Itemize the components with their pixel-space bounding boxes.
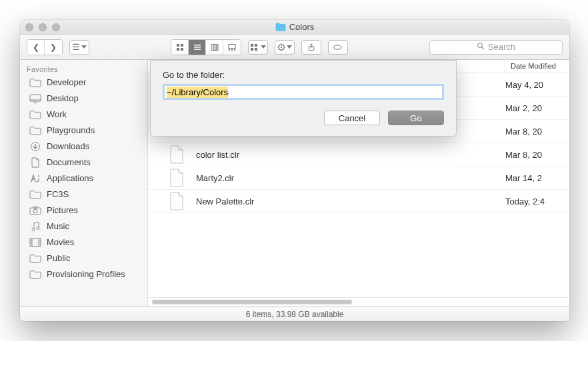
cancel-button[interactable]: Cancel <box>324 111 380 125</box>
sidebar-item-label: Documents <box>47 157 91 169</box>
sidebar-item-developer[interactable]: Developer <box>20 75 147 91</box>
toolbar: ❮ ❯ ☰ Search <box>20 35 569 60</box>
arrange-button[interactable] <box>248 40 268 55</box>
sidebar-item-label: Provisioning Profiles <box>47 268 125 280</box>
sidebar-item-label: Developer <box>47 77 86 89</box>
sidebar-item-applications[interactable]: Applications <box>20 171 147 186</box>
desktop-icon <box>29 93 41 104</box>
svg-rect-9 <box>217 44 218 50</box>
back-button[interactable]: ❮ <box>27 40 45 55</box>
zoom-window-button[interactable] <box>52 23 60 31</box>
folder-icon <box>275 23 286 31</box>
svg-rect-1 <box>181 44 183 47</box>
minimize-window-button[interactable] <box>39 23 47 31</box>
window-title: Colors <box>20 22 569 32</box>
svg-point-38 <box>33 209 37 213</box>
path-menu-button[interactable]: ☰ <box>69 40 89 55</box>
sidebar-item-label: Work <box>47 109 67 121</box>
table-row[interactable]: color list.clrMar 8, 20 <box>148 143 569 167</box>
svg-rect-2 <box>177 48 179 51</box>
file-name: Marty2.clr <box>196 173 505 183</box>
svg-rect-17 <box>255 48 257 51</box>
search-icon <box>477 42 485 52</box>
sidebar-item-fc3s[interactable]: FC3S <box>20 186 147 202</box>
sidebar-item-movies[interactable]: Movies <box>20 234 147 250</box>
svg-rect-6 <box>194 49 201 50</box>
svg-rect-7 <box>211 44 213 50</box>
sidebar-item-playgrounds[interactable]: Playgrounds <box>20 123 147 139</box>
sidebar-item-label: FC3S <box>47 188 69 200</box>
file-date: Mar 8, 20 <box>505 127 569 137</box>
go-button[interactable]: Go <box>388 111 444 125</box>
folder-path-input[interactable] <box>163 84 444 100</box>
sidebar-item-documents[interactable]: Documents <box>20 155 147 171</box>
sidebar-item-label: Applications <box>47 173 93 184</box>
svg-rect-8 <box>214 44 216 50</box>
sidebar-item-public[interactable]: Public <box>20 250 147 266</box>
sidebar: Favorites DeveloperDesktopWorkPlayground… <box>20 60 148 306</box>
svg-line-27 <box>283 45 284 45</box>
folder-icon <box>29 189 41 200</box>
finder-window: Colors ❮ ❯ ☰ Search Favorites DeveloperD… <box>20 20 569 321</box>
view-gallery-button[interactable] <box>223 40 241 55</box>
sidebar-item-label: Pictures <box>47 204 78 216</box>
forward-button[interactable]: ❯ <box>45 40 62 55</box>
nav-buttons: ❮ ❯ <box>27 39 63 55</box>
action-button[interactable] <box>275 40 295 55</box>
dialog-label: Go to the folder: <box>163 70 444 80</box>
sidebar-item-label: Public <box>47 252 70 264</box>
sidebar-item-work[interactable]: Work <box>20 107 147 123</box>
file-date: Mar 2, 20 <box>505 103 569 113</box>
svg-line-24 <box>279 45 279 45</box>
share-button[interactable] <box>301 40 321 55</box>
svg-point-40 <box>32 228 35 231</box>
search-field[interactable]: Search <box>429 40 563 55</box>
window-controls <box>25 23 60 31</box>
view-list-button[interactable] <box>189 40 206 55</box>
file-icon <box>168 145 185 165</box>
table-row[interactable]: New Palette.clrToday, 2:4 <box>148 190 569 213</box>
svg-rect-10 <box>229 44 235 48</box>
documents-icon <box>29 157 41 168</box>
scrollbar-thumb[interactable] <box>152 300 352 304</box>
svg-rect-14 <box>251 44 253 47</box>
sidebar-item-label: Playgrounds <box>47 125 95 137</box>
movies-icon <box>29 237 41 248</box>
close-window-button[interactable] <box>25 23 33 31</box>
svg-rect-4 <box>194 45 201 46</box>
sidebar-item-label: Desktop <box>47 93 79 105</box>
titlebar: Colors <box>20 20 569 35</box>
sidebar-item-music[interactable]: Music <box>20 218 147 234</box>
sidebar-header: Favorites <box>20 63 147 75</box>
svg-rect-16 <box>251 48 253 51</box>
horizontal-scrollbar[interactable] <box>148 297 569 306</box>
status-bar: 6 items, 33.98 GB available <box>20 306 569 321</box>
svg-rect-13 <box>234 49 235 51</box>
svg-rect-5 <box>194 47 201 48</box>
folder-icon <box>29 269 41 280</box>
search-placeholder: Search <box>488 42 515 52</box>
svg-rect-15 <box>255 44 257 47</box>
svg-point-19 <box>281 46 282 47</box>
tags-button[interactable] <box>328 40 348 55</box>
view-icons-button[interactable] <box>171 40 189 55</box>
sidebar-item-provisioning-profiles[interactable]: Provisioning Profiles <box>20 266 147 282</box>
svg-line-25 <box>283 49 284 49</box>
svg-rect-12 <box>231 49 233 51</box>
sidebar-item-pictures[interactable]: Pictures <box>20 202 147 218</box>
column-date-modified[interactable]: Date Modified <box>505 60 569 73</box>
file-name: color list.clr <box>196 150 505 160</box>
go-to-folder-dialog: Go to the folder: ~/Library/Colors Cance… <box>150 60 457 137</box>
folder-icon <box>29 109 41 120</box>
svg-point-30 <box>477 43 482 48</box>
pictures-icon <box>29 205 41 216</box>
view-mode-buttons <box>171 39 241 55</box>
view-columns-button[interactable] <box>206 40 223 55</box>
folder-icon <box>29 77 41 88</box>
sidebar-item-label: Movies <box>47 236 74 248</box>
sidebar-item-desktop[interactable]: Desktop <box>20 91 147 107</box>
svg-rect-3 <box>181 48 183 51</box>
table-row[interactable]: Marty2.clrMar 14, 2 <box>148 167 569 190</box>
svg-point-41 <box>37 227 39 230</box>
sidebar-item-downloads[interactable]: Downloads <box>20 139 147 155</box>
